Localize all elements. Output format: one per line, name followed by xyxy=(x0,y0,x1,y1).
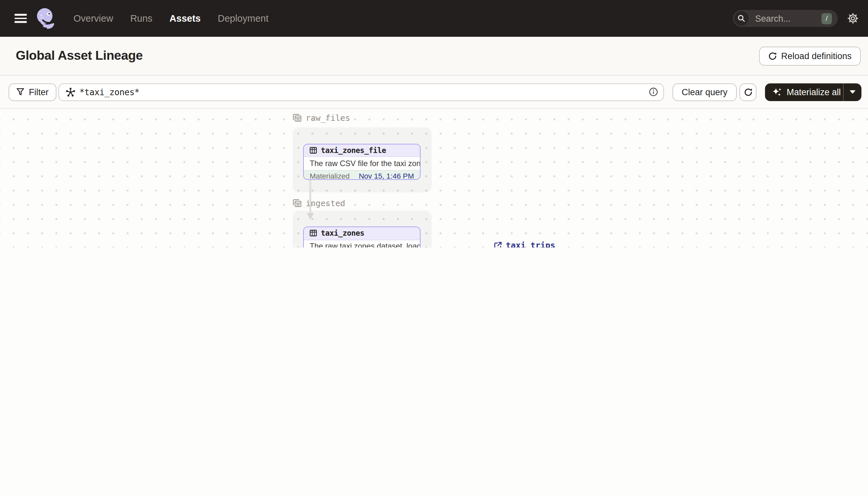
external-link-icon xyxy=(494,241,502,248)
materialize-all-label: Materialize all xyxy=(787,87,841,97)
hamburger-icon[interactable] xyxy=(14,14,27,23)
refresh-button[interactable] xyxy=(739,83,757,101)
gear-icon[interactable] xyxy=(838,13,868,24)
nav-item-assets[interactable]: Assets xyxy=(170,13,201,24)
dagster-app: Overview Runs Assets Deployment Search..… xyxy=(0,0,868,248)
nav-item-runs[interactable]: Runs xyxy=(130,13,153,24)
asset-description: The raw CSV file for the taxi zones dat.… xyxy=(304,157,420,170)
top-nav-bar: Overview Runs Assets Deployment Search..… xyxy=(0,0,868,37)
filter-icon xyxy=(16,88,24,96)
nav-item-overview[interactable]: Overview xyxy=(73,13,113,24)
group-label-ingested: ingested xyxy=(293,198,345,208)
external-asset-name: taxi_trips xyxy=(506,240,555,248)
asset-selector-icon xyxy=(66,87,75,97)
search-placeholder: Search... xyxy=(755,14,791,23)
sparkle-icon xyxy=(772,87,782,97)
asset-selection-value: *taxi_zones* xyxy=(79,87,139,97)
nav-item-deployment[interactable]: Deployment xyxy=(218,13,269,24)
lineage-edges xyxy=(0,109,868,248)
asset-node-taxi-zones-file[interactable]: taxi_zones_file The raw CSV file for the… xyxy=(303,143,421,180)
filter-label: Filter xyxy=(29,87,49,97)
refresh-icon xyxy=(744,88,752,97)
asset-name: taxi_zones_file xyxy=(321,146,386,155)
filter-button[interactable]: Filter xyxy=(8,83,56,101)
materialize-options-caret[interactable] xyxy=(844,90,862,94)
page-header: Global Asset Lineage Reload definitions xyxy=(0,37,868,75)
page-title: Global Asset Lineage xyxy=(16,48,143,63)
materialization-timestamp[interactable]: Nov 15, 1:46 PM xyxy=(359,172,414,180)
lineage-toolbar: Filter *taxi_zones* xyxy=(0,75,868,109)
asset-description: The raw taxi zones dataset, loaded int..… xyxy=(304,240,420,248)
dagster-logo[interactable] xyxy=(35,7,58,30)
search-icon xyxy=(734,11,749,25)
caret-down-icon xyxy=(850,90,855,94)
group-label-raw-files: raw_files xyxy=(293,113,350,123)
asset-name: taxi_zones xyxy=(321,229,365,238)
materialize-all-button[interactable]: Materialize all xyxy=(765,83,862,101)
layered-table-icon xyxy=(293,114,302,122)
table-icon xyxy=(310,147,317,154)
table-icon xyxy=(310,230,317,237)
lineage-canvas[interactable]: raw_files ingested requests xyxy=(0,109,868,248)
clear-query-button[interactable]: Clear query xyxy=(672,83,737,101)
asset-node-taxi-zones[interactable]: taxi_zones The raw taxi zones dataset, l… xyxy=(303,226,421,248)
clear-query-label: Clear query xyxy=(682,87,728,97)
search-shortcut-badge: / xyxy=(821,13,832,24)
nav-links: Overview Runs Assets Deployment xyxy=(73,13,268,24)
status-label: Materialized xyxy=(310,172,350,180)
search-input[interactable]: Search... / xyxy=(733,10,838,27)
asset-status-row: Materialized Nov 15, 1:46 PM xyxy=(304,170,420,180)
info-icon[interactable] xyxy=(649,88,658,97)
reload-definitions-label: Reload definitions xyxy=(781,51,852,61)
asset-selection-input[interactable]: *taxi_zones* xyxy=(58,83,664,101)
external-asset-taxi-trips[interactable]: taxi_trips xyxy=(494,240,555,248)
reload-definitions-button[interactable]: Reload definitions xyxy=(759,47,861,65)
layered-table-icon xyxy=(293,199,302,207)
reload-icon xyxy=(768,52,777,61)
